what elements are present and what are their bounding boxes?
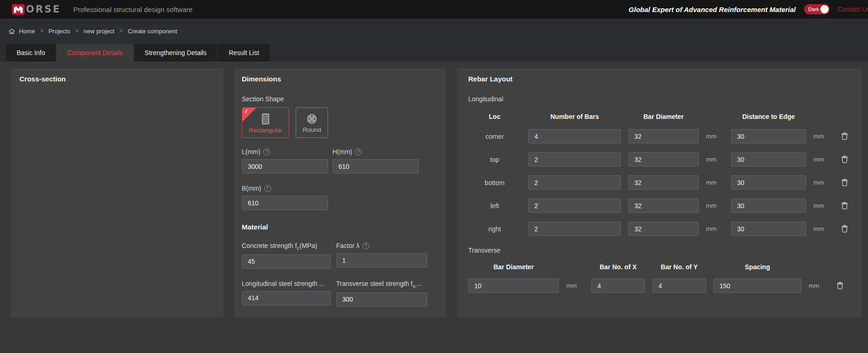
delete-row-button[interactable] — [838, 177, 850, 189]
check-icon: ✓ — [243, 107, 249, 115]
delete-row-button[interactable] — [838, 154, 850, 166]
theme-toggle-knob[interactable] — [820, 5, 829, 13]
tab-component-details[interactable]: Component Details — [56, 44, 133, 62]
home-icon[interactable] — [8, 28, 15, 35]
distance-input[interactable] — [731, 129, 806, 143]
contact-us-link[interactable]: Contact Us — [838, 6, 868, 13]
trans-bar-y-input[interactable] — [652, 279, 706, 293]
breadcrumb-item-new-project[interactable]: new project — [84, 28, 114, 35]
shape-option-rectangular[interactable]: ✓ Rectangular — [242, 107, 290, 138]
h-input[interactable] — [333, 159, 419, 173]
column-header-bar-diameter: Bar Diameter — [628, 113, 699, 120]
app-window: ORSE Professional structural design soft… — [0, 0, 868, 353]
b-field-label: B(mm) ? — [242, 185, 328, 192]
tab-strengthening-details[interactable]: Strengthening Details — [134, 44, 217, 62]
bars-input[interactable] — [528, 175, 621, 190]
trash-icon — [841, 225, 848, 233]
trans-bar-x-input[interactable] — [591, 279, 645, 293]
diameter-input[interactable] — [628, 198, 699, 213]
factor-help-icon[interactable]: ? — [362, 242, 369, 249]
theme-toggle-label: Dark — [808, 6, 819, 12]
b-help-icon[interactable]: ? — [264, 185, 271, 192]
diameter-input[interactable] — [628, 222, 699, 236]
delete-row-button[interactable] — [838, 223, 850, 235]
bars-input[interactable] — [528, 129, 621, 143]
bars-input[interactable] — [528, 222, 621, 236]
l-field-label: L(mm) ? — [242, 148, 328, 155]
factor-lambda-input[interactable] — [336, 253, 427, 267]
column-header-bar-no-x: Bar No. of X — [591, 263, 645, 271]
delete-row-button[interactable] — [834, 280, 846, 292]
dimensions-title: Dimensions — [242, 75, 439, 83]
trans-diameter-input[interactable] — [468, 279, 559, 293]
transverse-steel-label: Transverse steel strength fv,... — [336, 280, 427, 289]
distance-input[interactable] — [731, 175, 806, 190]
main-content: Cross-section Dimensions Section Shape ✓ — [0, 62, 868, 317]
cross-section-panel: Cross-section — [11, 68, 223, 317]
trash-icon — [837, 282, 843, 290]
diameter-input[interactable] — [628, 152, 699, 167]
l-help-icon[interactable]: ? — [263, 149, 270, 155]
trash-icon — [841, 202, 848, 210]
delete-row-button[interactable] — [838, 200, 850, 212]
material-title: Material — [242, 223, 439, 231]
breadcrumb-separator: > — [40, 28, 43, 34]
shape-option-label: Rectangular — [249, 127, 283, 134]
logo-wordmark: ORSE — [26, 4, 61, 15]
column-header-distance-to-edge: Distance to Edge — [731, 113, 806, 120]
row-loc-label: left — [468, 202, 521, 210]
longitudinal-steel-input[interactable] — [242, 291, 331, 305]
concrete-strength-label: Concrete strength fc(MPa) — [242, 242, 331, 251]
b-input[interactable] — [242, 196, 328, 210]
bars-input[interactable] — [528, 152, 621, 167]
trans-spacing-input[interactable] — [713, 279, 801, 293]
sub-header: Home > Projects > new project > Create c… — [0, 19, 868, 62]
unit-label: mm — [813, 156, 831, 163]
column-header-trans-bar-diameter: Bar Diameter — [468, 263, 559, 271]
rebar-layout-title: Rebar Layout — [468, 75, 850, 83]
bars-input[interactable] — [528, 198, 621, 213]
theme-toggle[interactable]: Dark — [804, 4, 830, 14]
unit-label: mm — [706, 225, 724, 232]
shape-option-round[interactable]: Round — [296, 107, 328, 138]
row-loc-label: top — [468, 156, 521, 163]
row-loc-label: bottom — [468, 179, 521, 186]
row-loc-label: corner — [468, 133, 521, 140]
concrete-strength-input[interactable] — [242, 254, 331, 269]
unit-label: mm — [566, 282, 584, 289]
longitudinal-row-top: top mm mm — [468, 152, 850, 167]
cross-section-title: Cross-section — [19, 75, 215, 83]
horse-logo: ORSE — [12, 4, 61, 15]
unit-label: mm — [813, 179, 831, 186]
breadcrumb-item-create-component[interactable]: Create component — [128, 28, 177, 35]
distance-input[interactable] — [731, 198, 806, 213]
diameter-input[interactable] — [628, 175, 699, 190]
dimensions-panel: Dimensions Section Shape ✓ — [235, 68, 446, 317]
factor-lambda-label: Factor λ ? — [336, 242, 427, 249]
header-right: Global Expert of Advanced Reinforcement … — [629, 4, 864, 14]
diameter-input[interactable] — [628, 129, 699, 143]
unit-label: mm — [706, 133, 724, 140]
transverse-header-row: Bar Diameter Bar No. of X Bar No. of Y S… — [468, 263, 850, 271]
tab-basic-info[interactable]: Basic Info — [6, 44, 56, 62]
distance-input[interactable] — [731, 222, 806, 236]
longitudinal-row-right: right mm mm — [468, 222, 850, 236]
longitudinal-header-row: Loc Number of Bars Bar Diameter Distance… — [468, 113, 850, 120]
unit-label: mm — [813, 133, 831, 140]
horse-head-icon — [12, 4, 25, 15]
distance-input[interactable] — [731, 152, 806, 167]
breadcrumb: Home > Projects > new project > Create c… — [8, 26, 868, 36]
column-header-number-of-bars: Number of Bars — [528, 113, 621, 120]
transverse-steel-input[interactable] — [336, 292, 427, 307]
header-tagline: Professional structural design software — [74, 6, 193, 13]
column-header-loc: Loc — [468, 113, 521, 120]
delete-row-button[interactable] — [838, 130, 850, 142]
l-input[interactable] — [242, 159, 328, 173]
breadcrumb-item-projects[interactable]: Projects — [49, 28, 70, 35]
unit-label: mm — [706, 202, 724, 209]
h-help-icon[interactable]: ? — [355, 149, 362, 155]
tab-result-list[interactable]: Result List — [218, 44, 269, 62]
unit-label: mm — [706, 179, 724, 186]
breadcrumb-item-home[interactable]: Home — [19, 28, 35, 35]
longitudinal-label: Longitudinal — [468, 95, 850, 103]
